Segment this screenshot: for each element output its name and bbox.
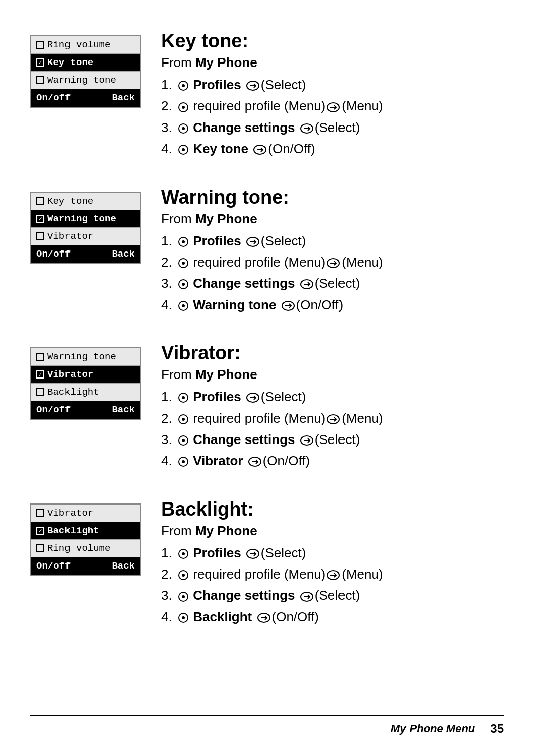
screen-item-label: Warning tone [47,75,116,86]
step-content: Profiles (Select) [177,388,504,406]
step-content: Warning tone (On/Off) [177,296,504,314]
screen-item-2: Backlight [31,384,140,401]
phone-btn-left: On/off [31,89,86,107]
phone-screen-warning-tone: Key toneWarning toneVibratorOn/offBack [30,192,141,264]
step-content: Change settings (Select) [177,118,504,137]
step-bold: Profiles [193,545,241,560]
nav-icon [326,258,341,269]
step-bold: Vibrator [193,453,243,468]
step-item-1: 2. required profile (Menu) (Menu) [161,253,504,271]
step-number: 2. [161,565,177,583]
circle-dot-icon [178,279,189,290]
from-line-vibrator: From My Phone [161,367,504,383]
step-item-3: 4. Warning tone (On/Off) [161,296,504,314]
screen-item-label: Warning tone [47,351,116,362]
svg-point-61 [182,616,185,619]
step-content: required profile (Menu) (Menu) [177,565,504,583]
step-bold: Change settings [193,276,295,291]
step-bold: Change settings [193,588,295,603]
svg-point-45 [182,460,185,463]
step-content: Profiles (Select) [177,544,504,562]
step-menu-label: (Menu) [342,255,383,270]
step-number: 1. [161,388,177,406]
step-post: (Select) [261,233,306,248]
phone-screen-backlight: VibratorBacklightRing volumeOn/offBack [30,503,141,576]
section-title-vibrator: Vibrator: [161,342,504,364]
circle-dot-icon [178,570,189,581]
screen-item-label: Vibrator [47,369,93,380]
step-post: required profile (Menu) [193,566,325,582]
step-number: 3. [161,274,177,292]
svg-point-17 [182,240,185,243]
step-post: required profile (Menu) [193,98,325,113]
step-content: Key tone (On/Off) [177,140,504,158]
step-post: (On/Off) [272,609,319,624]
svg-point-13 [182,148,185,151]
circle-dot-icon [178,102,189,113]
step-post: (Select) [261,389,306,404]
section-vibrator: Warning toneVibratorBacklightOn/offBackV… [30,342,504,473]
screen-item-label: Vibrator [47,508,93,519]
screen-item-0: Vibrator [31,505,140,522]
step-bold: Profiles [193,389,241,404]
phone-btn-right: Back [86,557,141,575]
svg-point-49 [182,552,185,555]
circle-dot-icon [178,591,189,602]
step-item-2: 3. Change settings (Select) [161,274,504,292]
circle-dot-icon [178,80,189,91]
step-post: (On/Off) [268,141,315,156]
screen-item-label: Key tone [47,196,93,207]
nav-icon [299,279,314,290]
screen-checkbox [36,58,44,67]
step-content: Vibrator (On/Off) [177,452,504,470]
phone-screen-key-tone: Ring volumeKey toneWarning toneOn/offBac… [30,35,141,108]
step-number: 1. [161,232,177,250]
step-content: required profile (Menu) (Menu) [177,97,504,115]
step-number: 3. [161,430,177,449]
step-content: Backlight (On/Off) [177,608,504,626]
step-number: 3. [161,586,177,604]
circle-dot-icon [178,258,189,269]
step-bold: Warning tone [193,297,276,312]
svg-point-53 [182,574,185,577]
step-item-0: 1. Profiles (Select) [161,232,504,250]
phone-btn-left: On/off [31,245,86,263]
circle-dot-icon [178,144,189,155]
footer-label: My Phone Menu [391,722,475,735]
page-content: Ring volumeKey toneWarning toneOn/offBac… [0,0,544,684]
screen-checkbox [36,215,44,223]
section-title-key-tone: Key tone: [161,30,504,52]
svg-point-25 [182,283,185,286]
screen-item-2: Vibrator [31,228,140,245]
steps-warning-tone: 1. Profiles (Select)2. required profile … [161,232,504,314]
screen-checkbox [36,41,44,49]
step-menu-label: (Menu) [342,98,383,113]
step-menu-label: (Menu) [342,566,383,582]
step-post: (On/Off) [263,453,310,468]
screen-checkbox [36,76,44,84]
screen-item-1: Vibrator [31,366,140,383]
step-item-1: 2. required profile (Menu) (Menu) [161,97,504,115]
steps-vibrator: 1. Profiles (Select)2. required profile … [161,388,504,470]
step-post: (Select) [315,588,360,603]
phone-btn-right: Back [86,401,141,419]
nav-icon [245,80,260,91]
circle-dot-icon [178,236,189,247]
nav-icon [299,435,314,446]
screen-item-0: Key tone [31,193,140,210]
step-number: 2. [161,97,177,115]
step-content: required profile (Menu) (Menu) [177,253,504,271]
section-key-tone: Ring volumeKey toneWarning toneOn/offBac… [30,30,504,161]
nav-icon [299,123,314,134]
step-content: Profiles (Select) [177,232,504,250]
step-post: (Select) [261,545,306,560]
circle-dot-icon [178,300,189,311]
svg-point-5 [182,106,185,109]
svg-point-33 [182,396,185,399]
section-title-backlight: Backlight: [161,498,504,520]
step-post: (Select) [315,276,360,291]
screen-item-1: Backlight [31,522,140,539]
step-post: (Select) [261,77,306,92]
from-line-key-tone: From My Phone [161,55,504,71]
screen-item-1: Key tone [31,54,140,71]
